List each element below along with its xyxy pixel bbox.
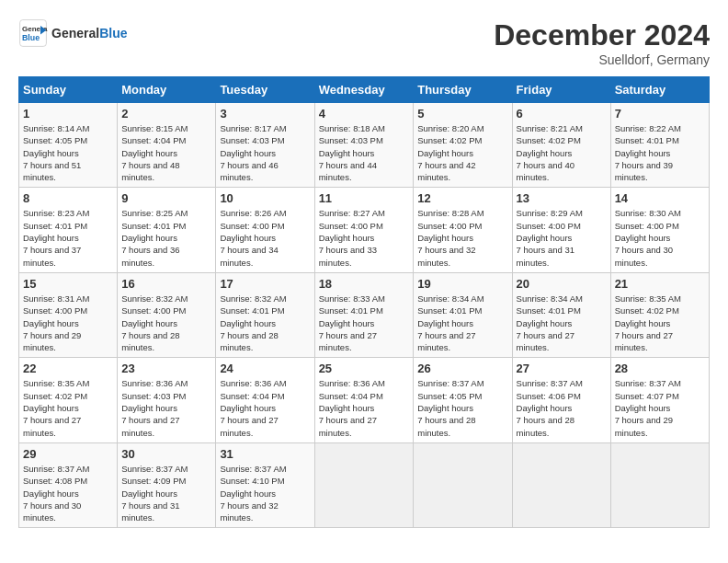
weekday-header-row: SundayMondayTuesdayWednesdayThursdayFrid… <box>19 77 710 103</box>
day-number: 31 <box>220 447 310 461</box>
calendar-cell: 31 Sunrise: 8:37 AM Sunset: 4:10 PM Dayl… <box>216 442 314 527</box>
day-info: Sunrise: 8:25 AM Sunset: 4:01 PM Dayligh… <box>121 207 211 268</box>
calendar-cell: 13 Sunrise: 8:29 AM Sunset: 4:00 PM Dayl… <box>512 188 610 272</box>
calendar-cell: 11 Sunrise: 8:27 AM Sunset: 4:00 PM Dayl… <box>314 188 414 272</box>
day-info: Sunrise: 8:36 AM Sunset: 4:03 PM Dayligh… <box>121 377 211 438</box>
day-number: 15 <box>23 277 113 291</box>
day-info: Sunrise: 8:31 AM Sunset: 4:00 PM Dayligh… <box>23 293 113 353</box>
day-number: 19 <box>417 277 507 291</box>
header-monday: Monday <box>118 77 216 103</box>
day-number: 17 <box>220 277 310 291</box>
calendar-cell: 12 Sunrise: 8:28 AM Sunset: 4:00 PM Dayl… <box>414 188 512 272</box>
location: Suelldorf, Germany <box>494 52 710 67</box>
week-row-1: 1 Sunrise: 8:14 AM Sunset: 4:05 PM Dayli… <box>19 103 710 188</box>
week-row-2: 8 Sunrise: 8:23 AM Sunset: 4:01 PM Dayli… <box>19 188 710 272</box>
svg-text:Blue: Blue <box>22 33 40 42</box>
day-info: Sunrise: 8:26 AM Sunset: 4:00 PM Dayligh… <box>220 207 310 268</box>
title-block: December 2024 Suelldorf, Germany <box>494 18 710 67</box>
day-number: 3 <box>220 107 310 121</box>
calendar-cell: 24 Sunrise: 8:36 AM Sunset: 4:04 PM Dayl… <box>216 358 314 442</box>
calendar-cell: 26 Sunrise: 8:37 AM Sunset: 4:05 PM Dayl… <box>414 358 512 442</box>
day-info: Sunrise: 8:18 AM Sunset: 4:03 PM Dayligh… <box>319 122 410 183</box>
day-number: 9 <box>121 191 211 205</box>
calendar-cell <box>610 442 709 527</box>
calendar-cell: 8 Sunrise: 8:23 AM Sunset: 4:01 PM Dayli… <box>19 188 118 272</box>
calendar-cell: 30 Sunrise: 8:37 AM Sunset: 4:09 PM Dayl… <box>118 442 216 527</box>
day-info: Sunrise: 8:22 AM Sunset: 4:01 PM Dayligh… <box>615 122 705 183</box>
day-number: 16 <box>121 277 211 291</box>
calendar-cell: 4 Sunrise: 8:18 AM Sunset: 4:03 PM Dayli… <box>314 103 414 188</box>
day-info: Sunrise: 8:30 AM Sunset: 4:00 PM Dayligh… <box>615 207 705 268</box>
day-number: 8 <box>23 191 113 205</box>
logo: General Blue GeneralBlue <box>18 18 127 48</box>
day-number: 25 <box>319 362 410 375</box>
day-info: Sunrise: 8:37 AM Sunset: 4:06 PM Dayligh… <box>517 377 607 438</box>
calendar-cell: 27 Sunrise: 8:37 AM Sunset: 4:06 PM Dayl… <box>512 358 610 442</box>
day-number: 5 <box>417 107 507 121</box>
day-number: 20 <box>517 277 607 291</box>
day-info: Sunrise: 8:27 AM Sunset: 4:00 PM Dayligh… <box>319 207 410 268</box>
calendar-cell: 18 Sunrise: 8:33 AM Sunset: 4:01 PM Dayl… <box>314 272 414 357</box>
day-number: 22 <box>23 362 113 375</box>
calendar-cell: 21 Sunrise: 8:35 AM Sunset: 4:02 PM Dayl… <box>610 272 709 357</box>
calendar-cell: 20 Sunrise: 8:34 AM Sunset: 4:01 PM Dayl… <box>512 272 610 357</box>
day-number: 12 <box>417 191 507 205</box>
calendar-cell: 9 Sunrise: 8:25 AM Sunset: 4:01 PM Dayli… <box>118 188 216 272</box>
day-info: Sunrise: 8:32 AM Sunset: 4:00 PM Dayligh… <box>121 293 211 353</box>
day-info: Sunrise: 8:32 AM Sunset: 4:01 PM Dayligh… <box>220 293 310 353</box>
day-number: 28 <box>615 362 705 375</box>
day-info: Sunrise: 8:20 AM Sunset: 4:02 PM Dayligh… <box>417 122 507 183</box>
calendar-cell: 10 Sunrise: 8:26 AM Sunset: 4:00 PM Dayl… <box>216 188 314 272</box>
calendar-cell: 1 Sunrise: 8:14 AM Sunset: 4:05 PM Dayli… <box>19 103 118 188</box>
day-number: 4 <box>319 107 410 121</box>
day-info: Sunrise: 8:35 AM Sunset: 4:02 PM Dayligh… <box>23 377 113 438</box>
week-row-4: 22 Sunrise: 8:35 AM Sunset: 4:02 PM Dayl… <box>19 358 710 442</box>
week-row-3: 15 Sunrise: 8:31 AM Sunset: 4:00 PM Dayl… <box>19 272 710 357</box>
calendar-cell: 2 Sunrise: 8:15 AM Sunset: 4:04 PM Dayli… <box>118 103 216 188</box>
day-info: Sunrise: 8:28 AM Sunset: 4:00 PM Dayligh… <box>417 207 507 268</box>
page-header: General Blue GeneralBlue December 2024 S… <box>18 18 710 67</box>
calendar-table: SundayMondayTuesdayWednesdayThursdayFrid… <box>18 76 710 528</box>
calendar-cell: 5 Sunrise: 8:20 AM Sunset: 4:02 PM Dayli… <box>414 103 512 188</box>
header-wednesday: Wednesday <box>314 77 414 103</box>
calendar-cell: 3 Sunrise: 8:17 AM Sunset: 4:03 PM Dayli… <box>216 103 314 188</box>
day-info: Sunrise: 8:37 AM Sunset: 4:07 PM Dayligh… <box>615 377 705 438</box>
header-sunday: Sunday <box>19 77 118 103</box>
day-number: 29 <box>23 447 113 461</box>
day-number: 11 <box>319 191 410 205</box>
day-info: Sunrise: 8:37 AM Sunset: 4:08 PM Dayligh… <box>23 463 113 523</box>
header-thursday: Thursday <box>414 77 512 103</box>
header-friday: Friday <box>512 77 610 103</box>
day-number: 1 <box>23 107 113 121</box>
logo-icon: General Blue <box>18 18 48 48</box>
day-number: 30 <box>121 447 211 461</box>
logo-text: GeneralBlue <box>51 26 127 40</box>
day-number: 23 <box>121 362 211 375</box>
day-number: 13 <box>517 191 607 205</box>
header-tuesday: Tuesday <box>216 77 314 103</box>
day-info: Sunrise: 8:35 AM Sunset: 4:02 PM Dayligh… <box>615 293 705 353</box>
day-info: Sunrise: 8:37 AM Sunset: 4:10 PM Dayligh… <box>220 463 310 523</box>
day-number: 6 <box>517 107 607 121</box>
day-info: Sunrise: 8:33 AM Sunset: 4:01 PM Dayligh… <box>319 293 410 353</box>
calendar-cell: 22 Sunrise: 8:35 AM Sunset: 4:02 PM Dayl… <box>19 358 118 442</box>
day-number: 14 <box>615 191 705 205</box>
day-number: 18 <box>319 277 410 291</box>
calendar-cell: 25 Sunrise: 8:36 AM Sunset: 4:04 PM Dayl… <box>314 358 414 442</box>
calendar-cell: 14 Sunrise: 8:30 AM Sunset: 4:00 PM Dayl… <box>610 188 709 272</box>
calendar-cell: 7 Sunrise: 8:22 AM Sunset: 4:01 PM Dayli… <box>610 103 709 188</box>
calendar-cell: 15 Sunrise: 8:31 AM Sunset: 4:00 PM Dayl… <box>19 272 118 357</box>
day-info: Sunrise: 8:34 AM Sunset: 4:01 PM Dayligh… <box>417 293 507 353</box>
day-number: 10 <box>220 191 310 205</box>
calendar-cell: 17 Sunrise: 8:32 AM Sunset: 4:01 PM Dayl… <box>216 272 314 357</box>
day-number: 26 <box>417 362 507 375</box>
calendar-cell: 19 Sunrise: 8:34 AM Sunset: 4:01 PM Dayl… <box>414 272 512 357</box>
day-info: Sunrise: 8:17 AM Sunset: 4:03 PM Dayligh… <box>220 122 310 183</box>
calendar-cell <box>314 442 414 527</box>
day-number: 2 <box>121 107 211 121</box>
day-number: 7 <box>615 107 705 121</box>
calendar-cell: 28 Sunrise: 8:37 AM Sunset: 4:07 PM Dayl… <box>610 358 709 442</box>
day-info: Sunrise: 8:36 AM Sunset: 4:04 PM Dayligh… <box>319 377 410 438</box>
header-saturday: Saturday <box>610 77 709 103</box>
day-number: 27 <box>517 362 607 375</box>
